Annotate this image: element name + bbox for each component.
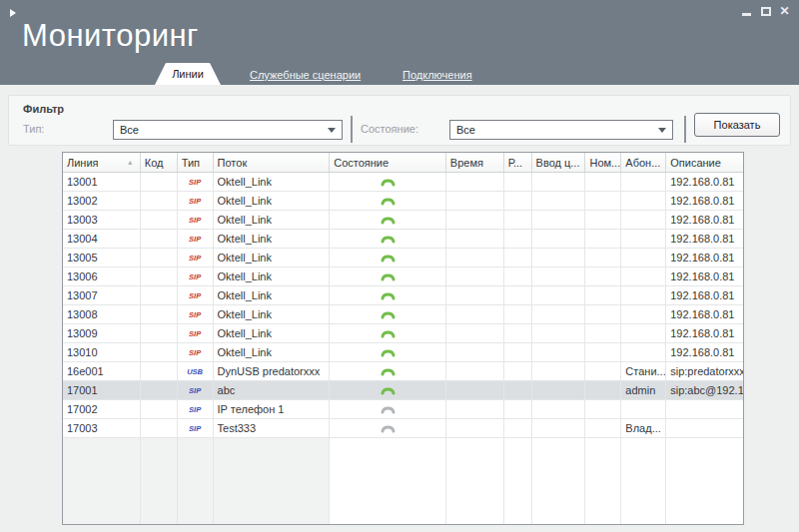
table-row-13001[interactable]: 13001SIPOktell_Link192.168.0.81 [63, 173, 743, 192]
table-row-13007[interactable]: 13007SIPOktell_Link192.168.0.81 [63, 286, 743, 305]
table-row-13005[interactable]: 13005SIPOktell_Link192.168.0.81 [63, 249, 743, 267]
cell-time [446, 343, 504, 362]
column-header-label: Состояние [334, 157, 389, 169]
tab-lines[interactable]: Линии [155, 63, 221, 85]
table-filler-row [63, 438, 743, 524]
cell-num [585, 343, 621, 362]
table-row-13010[interactable]: 13010SIPOktell_Link192.168.0.81 [63, 343, 743, 362]
table-row-17002[interactable]: 17002SIPIP телефон 1 [63, 400, 743, 419]
column-header-label: Время [450, 157, 483, 169]
line-state-cell [330, 249, 446, 267]
line-state-cell [330, 419, 446, 438]
cell-input [532, 211, 586, 230]
close-button[interactable]: ✕ [778, 5, 791, 17]
filter-title: Фильтр [23, 103, 64, 115]
cell-num [585, 381, 621, 400]
phone-on-icon [381, 328, 396, 338]
phone-on-icon [381, 253, 396, 263]
table-row-16e001[interactable]: 16e001USBDynUSB predatorxxxСтани...sip:p… [63, 362, 743, 381]
table-row-13003[interactable]: 13003SIPOktell_Link192.168.0.81 [63, 211, 743, 230]
line-state-cell [330, 324, 446, 343]
cell-r [504, 362, 532, 381]
table-row-13004[interactable]: 13004SIPOktell_Link192.168.0.81 [63, 230, 743, 249]
cell-desc [666, 400, 743, 419]
cell-desc: 192.168.0.81 [666, 286, 743, 305]
line-state-cell [330, 211, 446, 230]
column-header-code[interactable]: Код [141, 153, 178, 172]
phone-on-icon [381, 215, 396, 225]
cell-code [141, 211, 178, 230]
phone-on-icon [381, 196, 396, 206]
cell-num [585, 249, 621, 267]
line-state-cell [330, 230, 446, 249]
tab-service-scenarios[interactable]: Служебные сценарии [250, 69, 361, 81]
column-header-label: Поток [218, 157, 248, 169]
cell-num [585, 419, 621, 438]
cell-time [446, 381, 504, 400]
column-header-state[interactable]: Состояние [330, 153, 446, 172]
column-header-r[interactable]: Р... [504, 153, 532, 172]
filler-cell [532, 438, 586, 524]
column-header-type[interactable]: Тип [178, 153, 214, 172]
table-row-13009[interactable]: 13009SIPOktell_Link192.168.0.81 [63, 324, 743, 343]
column-header-desc[interactable]: Описание [666, 153, 743, 172]
cell-desc: 192.168.0.81 [666, 249, 743, 267]
cell-line: 13007 [63, 286, 141, 305]
cell-time [446, 173, 504, 192]
cell-line: 13003 [63, 211, 141, 230]
cell-time [446, 305, 504, 324]
play-icon[interactable] [10, 9, 16, 17]
cell-desc: 192.168.0.81 [666, 343, 743, 362]
column-header-num[interactable]: Ном... [585, 153, 621, 172]
cell-num [585, 362, 621, 381]
cell-abon [621, 400, 666, 419]
cell-time [446, 286, 504, 305]
cell-time [446, 192, 504, 211]
column-header-time[interactable]: Время [446, 153, 504, 172]
tab-connections[interactable]: Подключения [402, 69, 472, 81]
cell-stream: IP телефон 1 [214, 400, 331, 419]
line-state-cell [330, 286, 446, 305]
table-row-17001[interactable]: 17001SIPabcadminsip:abc@192.168.0.1... [63, 381, 743, 400]
cell-input [532, 267, 586, 286]
table-row-17003[interactable]: 17003SIPTest333Влад... [63, 419, 743, 438]
cell-stream: Oktell_Link [214, 305, 331, 324]
state-dropdown[interactable]: Все [449, 120, 673, 140]
cell-code [141, 249, 178, 267]
cell-desc: sip:predatorxxx@127... [666, 362, 743, 381]
cell-time [446, 400, 504, 419]
table-row-13006[interactable]: 13006SIPOktell_Link192.168.0.81 [63, 267, 743, 286]
filter-separator [684, 116, 686, 143]
line-type-badge: SIP [178, 419, 214, 438]
minimize-button[interactable] [740, 5, 753, 17]
table-row-13008[interactable]: 13008SIPOktell_Link192.168.0.81 [63, 305, 743, 324]
cell-stream: Oktell_Link [214, 211, 331, 230]
phone-on-icon [381, 177, 396, 187]
line-state-cell [330, 381, 446, 400]
cell-time [446, 362, 504, 381]
type-label: Тип: [23, 123, 44, 135]
cell-stream: Oktell_Link [214, 192, 331, 211]
column-header-line[interactable]: Линия▲ [63, 153, 141, 172]
line-state-cell [330, 305, 446, 324]
cell-r [504, 381, 532, 400]
column-header-abon[interactable]: Абон... [621, 153, 666, 172]
cell-line: 13005 [63, 249, 141, 267]
close-icon: ✕ [779, 5, 789, 17]
column-header-label: Линия [67, 157, 99, 169]
maximize-button[interactable] [759, 5, 772, 17]
cell-code [141, 230, 178, 249]
column-header-input[interactable]: Ввод ц... [532, 153, 586, 172]
line-state-cell [330, 192, 446, 211]
cell-desc [666, 419, 743, 438]
phone-on-icon [381, 234, 396, 244]
cell-input [532, 381, 586, 400]
cell-stream: Oktell_Link [214, 267, 331, 286]
cell-input [532, 419, 586, 438]
cell-desc: 192.168.0.81 [666, 324, 743, 343]
cell-input [532, 324, 586, 343]
column-header-stream[interactable]: Поток [214, 153, 331, 172]
type-dropdown[interactable]: Все [113, 120, 343, 140]
table-row-13002[interactable]: 13002SIPOktell_Link192.168.0.81 [63, 192, 743, 211]
show-button[interactable]: Показать [694, 113, 780, 137]
